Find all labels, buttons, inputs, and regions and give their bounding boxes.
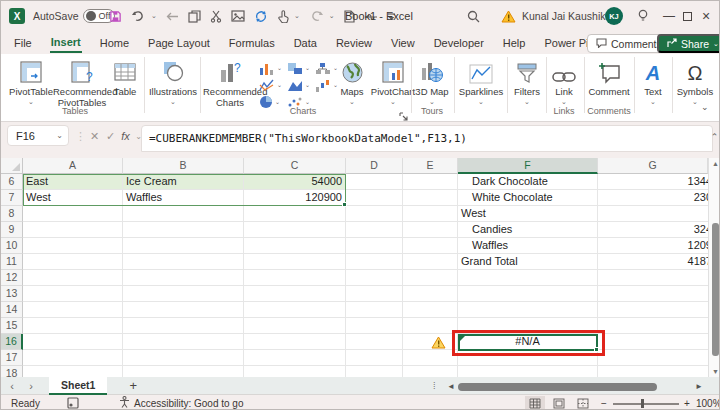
fill-handle[interactable]	[342, 202, 347, 207]
cell-C16[interactable]	[244, 334, 346, 350]
cell-B18[interactable]	[123, 366, 244, 377]
cell-F12[interactable]	[458, 270, 598, 286]
tab-insert[interactable]: Insert	[50, 33, 82, 53]
row-header-10[interactable]: 10	[1, 238, 23, 254]
close-button[interactable]: ×	[702, 1, 716, 31]
scroll-right-icon[interactable]: ►	[695, 382, 705, 391]
tab-file[interactable]: File	[13, 34, 33, 52]
search-icon[interactable]	[467, 1, 480, 31]
cell-B7[interactable]: Waffles	[123, 190, 244, 206]
cell-G18[interactable]	[598, 366, 716, 377]
cell-C18[interactable]	[244, 366, 346, 377]
row-header-15[interactable]: 15	[1, 318, 23, 334]
zoom-level[interactable]: 100%	[696, 395, 720, 410]
cell-C11[interactable]	[244, 254, 346, 270]
formula-input[interactable]: =CUBERANKEDMEMBER("ThisWorkbookDataModel…	[141, 125, 713, 152]
cell-E8[interactable]	[403, 206, 458, 222]
cell-D8[interactable]	[346, 206, 403, 222]
row-header-12[interactable]: 12	[1, 270, 23, 286]
cell-A16[interactable]	[23, 334, 123, 350]
cell-G8[interactable]	[598, 206, 716, 222]
cell-A15[interactable]	[23, 318, 123, 334]
cell-G7[interactable]: 230	[598, 190, 716, 206]
cell-A11[interactable]	[23, 254, 123, 270]
maps-button[interactable]: Maps⌄	[335, 58, 369, 105]
row-header-14[interactable]: 14	[1, 302, 23, 318]
cell-B17[interactable]	[123, 350, 244, 366]
cell-A14[interactable]	[23, 302, 123, 318]
cell-F10[interactable]: Waffles	[458, 238, 598, 254]
cell-E11[interactable]	[403, 254, 458, 270]
row-header-13[interactable]: 13	[1, 286, 23, 302]
cell-F13[interactable]	[458, 286, 598, 302]
tab-help[interactable]: Help	[502, 34, 527, 52]
column-header-C[interactable]: C	[244, 158, 346, 174]
row-header-18[interactable]: 18	[1, 366, 23, 377]
horizontal-scrollbar[interactable]: ◄ ►	[447, 382, 705, 391]
sparklines-button[interactable]: Sparklines⌄	[457, 58, 505, 105]
cell-G9[interactable]: 324	[598, 222, 716, 238]
scroll-down-icon[interactable]: ▼	[709, 368, 720, 375]
cell-B15[interactable]	[123, 318, 244, 334]
tab-formulas[interactable]: Formulas	[228, 34, 276, 52]
cell-B10[interactable]	[123, 238, 244, 254]
pivotchart-button[interactable]: PivotChart⌄	[369, 58, 417, 105]
zoom-slider-track[interactable]	[613, 403, 679, 405]
cell-B8[interactable]	[123, 206, 244, 222]
touch-mode-chevron-icon[interactable]: ⌄	[294, 12, 300, 20]
cell-C9[interactable]	[244, 222, 346, 238]
page-break-preview-button[interactable]	[573, 396, 593, 410]
cell-D16[interactable]	[346, 334, 403, 350]
cell-E6[interactable]	[403, 174, 458, 190]
filters-button[interactable]: Filters⌄	[510, 58, 544, 105]
cell-E10[interactable]	[403, 238, 458, 254]
scroll-up-icon[interactable]: ▲	[709, 160, 720, 167]
page-layout-view-button[interactable]	[549, 396, 569, 410]
cell-A18[interactable]	[23, 366, 123, 377]
alert-warning-icon[interactable]	[501, 1, 516, 31]
lightbulb-icon[interactable]	[637, 1, 649, 31]
normal-view-button[interactable]	[525, 396, 545, 410]
user-name[interactable]: Kunal Jai Kaushik	[522, 1, 605, 31]
3d-map-button[interactable]: 3D Map⌄	[414, 58, 450, 105]
tab-home[interactable]: Home	[99, 34, 130, 52]
save-icon[interactable]	[109, 10, 122, 23]
scroll-left-icon[interactable]: ◄	[447, 382, 457, 391]
cell-E15[interactable]	[403, 318, 458, 334]
cell-F8[interactable]: West	[458, 206, 598, 222]
column-header-F[interactable]: F	[458, 158, 598, 174]
column-header-D[interactable]: D	[346, 158, 403, 174]
collapse-ribbon-chevron-icon[interactable]: ⌄	[701, 102, 709, 112]
line-chart-button[interactable]: ⌄	[259, 78, 285, 92]
comment-button[interactable]: Comment	[587, 58, 631, 98]
share-button[interactable]: Share ⌄	[657, 34, 720, 53]
cell-D14[interactable]	[346, 302, 403, 318]
cell-C7[interactable]: 120900	[244, 190, 346, 206]
illustrations-button[interactable]: Illustrations⌄	[148, 58, 198, 105]
zoom-in-button[interactable]: +	[684, 395, 690, 410]
cell-B16[interactable]	[123, 334, 244, 350]
redo-icon[interactable]	[309, 10, 324, 23]
cell-D10[interactable]	[346, 238, 403, 254]
cell-G6[interactable]: 1344	[598, 174, 716, 190]
cell-G15[interactable]	[598, 318, 716, 334]
tab-view[interactable]: View	[390, 34, 416, 52]
cell-D9[interactable]	[346, 222, 403, 238]
cell-D7[interactable]	[346, 190, 403, 206]
name-box[interactable]: F16 ⌄	[7, 125, 69, 146]
cell-D18[interactable]	[346, 366, 403, 377]
cell-E18[interactable]	[403, 366, 458, 377]
column-header-A[interactable]: A	[23, 158, 123, 174]
cell-C6[interactable]: 54000	[244, 174, 346, 190]
cell-F18[interactable]	[458, 366, 598, 377]
row-header-17[interactable]: 17	[1, 350, 23, 366]
column-header-E[interactable]: E	[403, 158, 458, 174]
tab-data[interactable]: Data	[293, 34, 318, 52]
cell-C12[interactable]	[244, 270, 346, 286]
cut-icon[interactable]	[210, 10, 222, 23]
cell-A17[interactable]	[23, 350, 123, 366]
cell-F9[interactable]: Candies	[458, 222, 598, 238]
cell-B13[interactable]	[123, 286, 244, 302]
zoom-slider-thumb[interactable]	[641, 399, 644, 408]
undo-menu-chevron-icon[interactable]: ⌄	[151, 12, 157, 20]
